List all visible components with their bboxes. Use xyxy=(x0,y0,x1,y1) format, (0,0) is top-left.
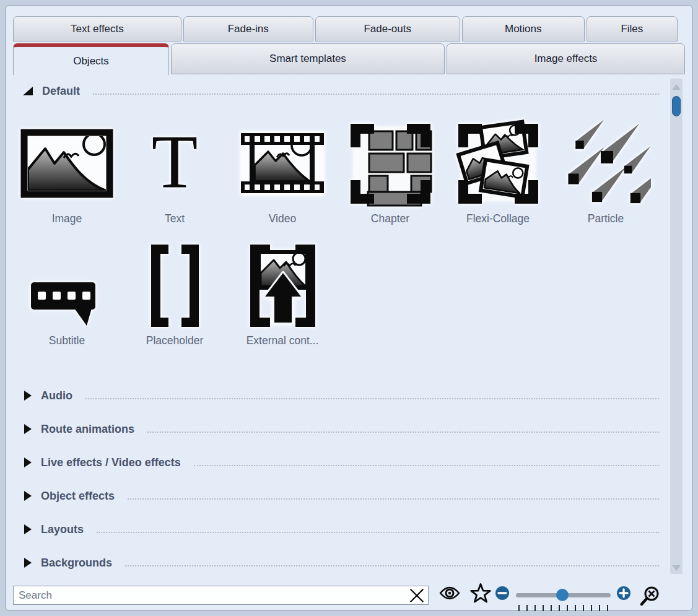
clear-x-icon[interactable] xyxy=(408,587,425,604)
tab-label: Files xyxy=(621,23,643,35)
effects-panel: Text effects Fade-ins Fade-outs Motions … xyxy=(5,5,693,611)
thumbnail-size-slider[interactable] xyxy=(516,588,611,608)
tab-label: Fade-ins xyxy=(228,23,269,35)
placeholder-icon xyxy=(121,239,229,332)
tab-fade-ins[interactable]: Fade-ins xyxy=(183,16,313,41)
section-label: Backgrounds xyxy=(41,557,112,570)
object-item-label: External cont... xyxy=(246,332,319,349)
tab-image-effects[interactable]: Image effects xyxy=(447,43,685,74)
section-header-live-effects[interactable]: Live effects / Video effects xyxy=(23,454,659,471)
external-content-icon xyxy=(229,239,336,332)
section-header-backgrounds[interactable]: Backgrounds xyxy=(23,555,659,571)
tab-fade-outs[interactable]: Fade-outs xyxy=(315,16,460,41)
object-item-label: Text xyxy=(165,210,185,227)
object-item-label: Image xyxy=(52,210,82,227)
object-item-label: Chapter xyxy=(371,210,409,227)
object-item-placeholder[interactable]: Placeholder xyxy=(121,239,229,349)
tab-smart-templates[interactable]: Smart templates xyxy=(171,43,445,74)
tab-motions[interactable]: Motions xyxy=(462,16,585,41)
object-item-video[interactable]: Video xyxy=(229,117,336,227)
object-item-particle[interactable]: Particle xyxy=(552,117,660,227)
collapsed-triangle-icon xyxy=(24,491,32,501)
section-label: Default xyxy=(42,85,80,98)
scrollbar-down-arrow-icon[interactable] xyxy=(672,565,681,571)
chapter-icon xyxy=(336,117,444,210)
object-item-label: Video xyxy=(269,210,296,227)
serif-t-glyph: T xyxy=(152,124,198,199)
object-item-label: Flexi-Collage xyxy=(466,210,530,227)
eye-icon[interactable] xyxy=(438,585,461,601)
section-label: Layouts xyxy=(41,523,84,536)
collapsed-triangle-icon xyxy=(24,424,32,434)
tab-label: Text effects xyxy=(71,23,124,35)
dotted-leader xyxy=(85,398,659,399)
object-item-flexi-collage[interactable]: Flexi-Collage xyxy=(444,117,552,227)
tab-row-top: Text effects Fade-ins Fade-outs Motions … xyxy=(13,16,678,41)
image-icon xyxy=(13,117,121,210)
tab-label: Objects xyxy=(73,55,109,67)
search-field-wrap xyxy=(13,586,429,605)
object-item-image[interactable]: Image xyxy=(13,117,121,227)
tab-objects[interactable]: Objects xyxy=(13,43,169,75)
collapsed-triangle-icon xyxy=(24,458,32,467)
vertical-scrollbar[interactable] xyxy=(670,79,683,574)
section-label: Audio xyxy=(41,389,72,402)
scrollbar-thumb[interactable] xyxy=(672,96,681,116)
zoom-reset-magnifier-icon[interactable] xyxy=(639,586,660,607)
object-item-chapter[interactable]: Chapter xyxy=(336,117,444,227)
search-input[interactable] xyxy=(13,586,429,605)
star-icon[interactable] xyxy=(469,583,492,604)
scrollbar-track[interactable] xyxy=(670,79,683,574)
objects-grid-row-1: Image T Text xyxy=(13,117,660,227)
subtitle-icon xyxy=(13,239,121,332)
object-item-label: Placeholder xyxy=(146,332,203,349)
dotted-leader xyxy=(128,498,659,500)
expanded-triangle-icon xyxy=(23,87,33,95)
collapsed-triangle-icon xyxy=(24,391,32,401)
tab-label: Smart templates xyxy=(269,53,346,65)
section-label: Object effects xyxy=(41,490,115,503)
section-header-audio[interactable]: Audio xyxy=(23,388,659,404)
zoom-in-plus-icon[interactable] xyxy=(617,586,630,600)
particle-icon xyxy=(552,117,660,210)
scrollbar-up-arrow-icon[interactable] xyxy=(672,84,681,90)
section-header-object-effects[interactable]: Object effects xyxy=(23,488,659,504)
objects-grid-row-2: Subtitle Placeholder xyxy=(13,239,336,349)
object-item-subtitle[interactable]: Subtitle xyxy=(13,239,121,349)
section-label: Live effects / Video effects xyxy=(41,456,181,469)
collapsed-triangle-icon xyxy=(24,524,32,534)
tab-files[interactable]: Files xyxy=(587,16,678,41)
object-item-external-content[interactable]: External cont... xyxy=(229,239,336,349)
dotted-leader xyxy=(97,532,659,533)
section-header-default[interactable]: Default xyxy=(23,83,659,99)
tab-label: Image effects xyxy=(534,53,598,65)
dotted-leader xyxy=(93,93,659,95)
tab-label: Motions xyxy=(505,23,542,35)
zoom-out-minus-icon[interactable] xyxy=(495,586,509,600)
slider-ticks xyxy=(518,605,608,611)
collapsed-triangle-icon xyxy=(24,558,32,568)
object-item-label: Subtitle xyxy=(49,332,85,349)
tab-text-effects[interactable]: Text effects xyxy=(13,16,181,41)
text-icon: T xyxy=(121,117,229,210)
section-label: Route animations xyxy=(41,423,134,436)
video-icon xyxy=(229,117,336,210)
flexi-collage-icon xyxy=(444,117,552,210)
dotted-leader xyxy=(125,565,659,566)
dotted-leader xyxy=(147,432,659,433)
slider-thumb[interactable] xyxy=(556,589,569,601)
object-item-label: Particle xyxy=(588,210,624,227)
object-item-text[interactable]: T Text xyxy=(121,117,229,227)
tab-label: Fade-outs xyxy=(364,23,411,35)
section-header-route-animations[interactable]: Route animations xyxy=(23,421,659,437)
dotted-leader xyxy=(194,465,659,466)
section-header-layouts[interactable]: Layouts xyxy=(23,521,659,537)
tab-row-bottom: Objects Smart templates Image effects xyxy=(13,43,685,74)
